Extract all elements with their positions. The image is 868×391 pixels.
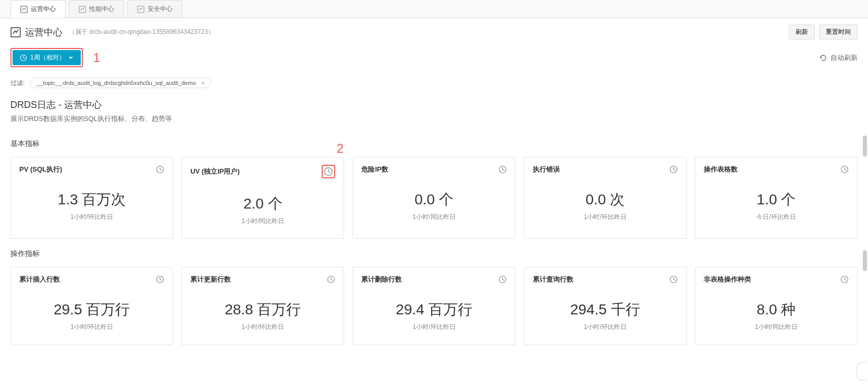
metric-sub: 1小时/同比昨日 [190, 217, 335, 226]
time-picker-highlight: 1周（相对） [10, 48, 83, 67]
annotation-2: 2 [337, 141, 344, 156]
clock-icon[interactable] [498, 165, 507, 174]
time-picker[interactable]: 1周（相对） [13, 50, 81, 65]
auto-refresh-toggle[interactable]: 自动刷新 [819, 53, 858, 63]
dashboard-desc: 展示DRDS数据库实例的SQL执行指标、分布、趋势等 [10, 114, 858, 124]
filter-chip-text: __topic__:drds_audit_log_drdscghdn5xxhc0… [36, 80, 195, 86]
svg-rect-0 [21, 6, 27, 12]
filter-row: 过滤: __topic__:drds_audit_log_drdscghdn5x… [0, 74, 868, 92]
header-subtitle: （属于 drds-audit-cn-qingdao-13558963434237… [69, 28, 214, 36]
metric-card: 执行错误 0.0 次 1小时/环比昨日 [524, 157, 687, 239]
metric-value: 1.0 个 [704, 190, 849, 210]
metric-card: PV (SQL执行) 1.3 百万次 1小时/环比昨日 [10, 157, 173, 239]
clock-icon[interactable] [498, 275, 507, 284]
metric-value: 28.8 百万行 [190, 300, 335, 320]
toolbar: 1周（相对） 1 自动刷新 [0, 46, 868, 74]
metric-value: 8.0 种 [704, 300, 849, 320]
metric-card: 非表格操作种类 8.0 种 1小时/同比昨日 [695, 267, 858, 345]
clock-icon[interactable] [840, 165, 849, 174]
basic-metrics-row: 2 PV (SQL执行) 1.3 百万次 1小时/环比昨日 UV (独立IP用户… [10, 157, 858, 239]
refresh-button[interactable]: 刷新 [789, 25, 815, 40]
tab-label: 性能中心 [89, 5, 114, 14]
chart-icon [20, 6, 28, 13]
clock-icon[interactable] [669, 165, 678, 174]
metric-sub: 1小时/环比昨日 [190, 323, 335, 332]
metric-sub: 今日/环比昨日 [704, 213, 849, 222]
scrollbar-thumb[interactable] [863, 250, 867, 271]
clock-icon[interactable] [840, 275, 849, 284]
annotation-1: 1 [93, 51, 100, 65]
filter-label: 过滤: [10, 79, 25, 88]
metric-value: 0.0 次 [533, 190, 678, 210]
metric-sub: 1小时/环比昨日 [533, 213, 678, 222]
clock-icon [20, 54, 27, 62]
metric-title: 累计删除行数 [361, 275, 402, 284]
page-title: 运营中心 [10, 26, 63, 39]
tab-security-center[interactable]: 安全中心 [127, 0, 182, 18]
scrollbar-thumb[interactable] [863, 136, 867, 156]
metric-card: UV (独立IP用户) 2.0 个 1小时/同比昨日 [181, 157, 344, 239]
metric-title: 累计查询行数 [533, 275, 573, 284]
dashboard-title: DRDS日志 - 运营中心 [10, 99, 858, 111]
refresh-icon [819, 54, 827, 62]
metric-title: 累计更新行数 [190, 275, 231, 284]
section-ops-title: 操作指标 [10, 249, 858, 259]
dashboard-content: DRDS日志 - 运营中心 展示DRDS数据库实例的SQL执行指标、分布、趋势等… [0, 92, 868, 361]
svg-rect-3 [11, 28, 20, 37]
clock-icon[interactable] [327, 275, 335, 284]
clock-icon[interactable] [322, 165, 335, 178]
chevron-down-icon [68, 55, 74, 60]
metric-title: 非表格操作种类 [704, 275, 751, 284]
tab-label: 运营中心 [31, 5, 56, 14]
tab-label: 安全中心 [148, 5, 173, 14]
metric-title: UV (独立IP用户) [190, 167, 240, 176]
metric-sub: 1小时/同比昨日 [704, 323, 849, 332]
metric-title: PV (SQL执行) [19, 165, 62, 174]
section-basic-title: 基本指标 [10, 139, 858, 149]
metric-card: 累计更新行数 28.8 百万行 1小时/环比昨日 [181, 267, 344, 345]
metric-title: 操作表格数 [704, 165, 738, 174]
metric-value: 0.0 个 [361, 190, 506, 210]
tab-ops-center[interactable]: 运营中心 [10, 0, 66, 18]
reset-time-button[interactable]: 重置时间 [819, 25, 858, 40]
metric-sub: 1小时/环比昨日 [19, 323, 164, 332]
metric-sub: 1小时/环比昨日 [19, 213, 164, 222]
clock-icon[interactable] [156, 165, 164, 174]
tab-perf-center[interactable]: 性能中心 [69, 0, 124, 18]
svg-rect-2 [138, 6, 144, 12]
chart-icon [137, 6, 144, 13]
metric-sub: 1小时/同比昨日 [361, 213, 506, 222]
metric-sub: 1小时/环比昨日 [533, 323, 678, 332]
svg-rect-1 [79, 6, 85, 12]
metric-card: 累计查询行数 294.5 千行 1小时/环比昨日 [524, 267, 687, 345]
close-icon[interactable]: × [200, 80, 206, 86]
metric-value: 1.3 百万次 [19, 190, 164, 210]
tabs-bar: 运营中心 性能中心 安全中心 [0, 0, 868, 18]
metric-card: 累计插入行数 29.5 百万行 1小时/环比昨日 [10, 267, 173, 345]
header-bar: 运营中心 （属于 drds-audit-cn-qingdao-135589634… [0, 18, 868, 46]
chart-icon [79, 6, 86, 13]
chart-icon [10, 27, 21, 38]
metric-value: 29.5 百万行 [19, 300, 164, 320]
ops-metrics-row: 累计插入行数 29.5 百万行 1小时/环比昨日 累计更新行数 28.8 百万行… [10, 267, 858, 345]
metric-title: 执行错误 [533, 165, 560, 174]
metric-card: 危险IP数 0.0 个 1小时/同比昨日 [352, 157, 515, 239]
metric-title: 危险IP数 [361, 165, 388, 174]
clock-icon[interactable] [669, 275, 678, 284]
filter-chip[interactable]: __topic__:drds_audit_log_drdscghdn5xxhc0… [30, 78, 211, 88]
metric-card: 操作表格数 1.0 个 今日/环比昨日 [695, 157, 858, 239]
metric-sub: 1小时/环比昨日 [361, 323, 506, 332]
metric-title: 累计插入行数 [19, 275, 60, 284]
metric-value: 29.4 百万行 [361, 300, 506, 320]
clock-icon[interactable] [156, 275, 164, 284]
metric-card: 累计删除行数 29.4 百万行 1小时/环比昨日 [352, 267, 515, 345]
metric-value: 294.5 千行 [533, 300, 678, 320]
metric-value: 2.0 个 [190, 194, 335, 214]
